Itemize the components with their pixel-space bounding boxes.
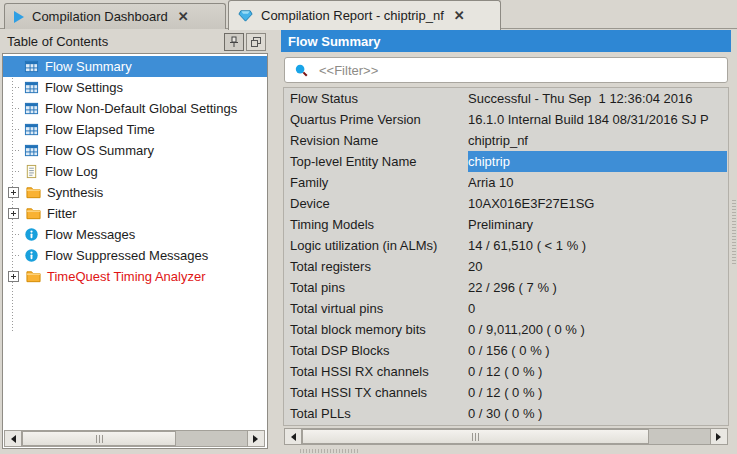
report-row-value: 0 / 12 ( 0 % ) (468, 364, 728, 379)
tab-compilation-dashboard[interactable]: Compilation Dashboard ✕ (4, 3, 226, 29)
report-row-value: Arria 10 (468, 175, 728, 190)
scroll-left-button[interactable] (284, 428, 302, 445)
report-row-label: Flow Status (284, 91, 468, 106)
tree-connector (12, 108, 21, 109)
tab-label: Compilation Report - chiptrip_nf (261, 8, 444, 23)
report-row[interactable]: Total HSSI RX channels0 / 12 ( 0 % ) (284, 361, 728, 382)
expand-plus-icon[interactable] (8, 208, 19, 219)
table-icon (23, 122, 39, 138)
report-section-title: Flow Summary (288, 34, 380, 49)
toc-tree: Flow SummaryFlow SettingsFlow Non-Defaul… (3, 56, 267, 287)
tab-bar: Compilation Dashboard ✕ Compilation Repo… (0, 0, 737, 29)
report-row[interactable]: Total pins22 / 296 ( 7 % ) (284, 277, 728, 298)
close-tab-icon[interactable]: ✕ (178, 10, 189, 23)
scroll-left-button[interactable] (4, 430, 22, 447)
report-row-value: 16.1.0 Internal Build 184 08/31/2016 SJ … (468, 112, 728, 127)
report-row-label: Total pins (284, 280, 468, 295)
float-panel-button[interactable] (246, 33, 266, 51)
report-row[interactable]: Timing ModelsPreliminary (284, 214, 728, 235)
toc-item-label: Flow Elapsed Time (45, 122, 155, 137)
report-row[interactable]: Total registers20 (284, 256, 728, 277)
flow-summary-table: Flow StatusSuccessful - Thu Sep 1 12:36:… (283, 87, 729, 426)
tree-connector (12, 150, 21, 151)
tree-connector (12, 171, 21, 172)
report-row-value: 20 (468, 259, 728, 274)
report-row[interactable]: Total block memory bits0 / 9,011,200 ( 0… (284, 319, 728, 340)
vertical-splitter-grip[interactable] (732, 200, 736, 265)
float-window-icon (251, 37, 261, 47)
folder-icon (25, 269, 41, 285)
report-row-label: Revision Name (284, 133, 468, 148)
info-icon (23, 248, 39, 264)
filter-input[interactable] (317, 59, 727, 81)
toc-item-fitter[interactable]: Fitter (3, 203, 267, 224)
report-row-label: Total virtual pins (284, 301, 468, 316)
report-gem-icon (238, 8, 253, 23)
toc-item-label: Synthesis (47, 185, 103, 200)
tab-compilation-report[interactable]: Compilation Report - chiptrip_nf ✕ (228, 0, 501, 30)
report-row-label: Total DSP Blocks (284, 343, 468, 358)
toc-item-flow-non-default-global-settings[interactable]: Flow Non-Default Global Settings (3, 98, 267, 119)
report-row-value: 0 / 156 ( 0 % ) (468, 343, 728, 358)
report-row[interactable]: Revision Namechiptrip_nf (284, 130, 728, 151)
toc-item-flow-elapsed-time[interactable]: Flow Elapsed Time (3, 119, 267, 140)
report-row-value: chiptrip_nf (468, 133, 728, 148)
scrollbar-thumb[interactable] (22, 431, 176, 446)
info-icon (23, 227, 39, 243)
report-row-label: Total registers (284, 259, 468, 274)
table-icon (23, 101, 39, 117)
scrollbar-track[interactable] (22, 430, 247, 447)
toc-item-label: Fitter (47, 206, 77, 221)
report-row[interactable]: Device10AX016E3F27E1SG (284, 193, 728, 214)
toc-item-timequest-timing-analyzer[interactable]: TimeQuest Timing Analyzer (3, 266, 267, 287)
report-row-value: 0 / 9,011,200 ( 0 % ) (468, 322, 728, 337)
report-horizontal-scrollbar[interactable] (284, 428, 728, 445)
report-row[interactable]: Total virtual pins0 (284, 298, 728, 319)
table-icon (23, 143, 39, 159)
report-row[interactable]: Top-level Entity Namechiptrip (284, 151, 728, 172)
expand-plus-icon[interactable] (8, 271, 19, 282)
pin-panel-button[interactable] (224, 33, 244, 51)
tree-connector (12, 129, 21, 130)
expand-plus-icon[interactable] (8, 187, 19, 198)
report-row[interactable]: FamilyArria 10 (284, 172, 728, 193)
toc-item-flow-messages[interactable]: Flow Messages (3, 224, 267, 245)
toc-item-flow-settings[interactable]: Flow Settings (3, 77, 267, 98)
toc-item-label: Flow Settings (45, 80, 123, 95)
report-row-label: Quartus Prime Version (284, 112, 468, 127)
folder-icon (25, 185, 41, 201)
toc-item-flow-suppressed-messages[interactable]: Flow Suppressed Messages (3, 245, 267, 266)
toc-item-flow-log[interactable]: Flow Log (3, 161, 267, 182)
scrollbar-thumb[interactable] (302, 429, 649, 444)
scroll-right-button[interactable] (247, 430, 265, 447)
report-row[interactable]: Quartus Prime Version16.1.0 Internal Bui… (284, 109, 728, 130)
scroll-right-button[interactable] (710, 428, 728, 445)
report-row-label: Family (284, 175, 468, 190)
report-row[interactable]: Total DSP Blocks0 / 156 ( 0 % ) (284, 340, 728, 361)
report-row[interactable]: Total HSSI TX channels0 / 12 ( 0 % ) (284, 382, 728, 403)
toc-item-label: Flow OS Summary (45, 143, 154, 158)
report-row[interactable]: Logic utilization (in ALMs)14 / 61,510 (… (284, 235, 728, 256)
toc-item-synthesis[interactable]: Synthesis (3, 182, 267, 203)
report-row-label: Total PLLs (284, 406, 468, 421)
table-icon (23, 80, 39, 96)
horizontal-splitter-grip[interactable] (300, 449, 358, 453)
toc-horizontal-scrollbar[interactable] (4, 430, 265, 447)
toc-item-label: Flow Summary (45, 59, 132, 74)
search-icon (294, 63, 309, 78)
report-row[interactable]: Flow StatusSuccessful - Thu Sep 1 12:36:… (284, 88, 728, 109)
folder-icon (25, 206, 41, 222)
report-row-value: 10AX016E3F27E1SG (468, 196, 728, 211)
close-tab-icon[interactable]: ✕ (454, 9, 465, 22)
toc-item-flow-os-summary[interactable]: Flow OS Summary (3, 140, 267, 161)
report-row-value: Successful - Thu Sep 1 12:36:04 2016 (468, 91, 728, 106)
report-row-value: 14 / 61,510 ( < 1 % ) (468, 238, 728, 253)
pin-icon (229, 36, 239, 48)
toc-item-label: Flow Non-Default Global Settings (45, 101, 237, 116)
report-row-value: 22 / 296 ( 7 % ) (468, 280, 728, 295)
toc-title: Table of Contents (2, 34, 222, 49)
report-row[interactable]: Total PLLs0 / 30 ( 0 % ) (284, 403, 728, 424)
scrollbar-track[interactable] (302, 428, 710, 445)
toc-item-flow-summary[interactable]: Flow Summary (3, 56, 267, 77)
report-section-header: Flow Summary (281, 30, 731, 52)
